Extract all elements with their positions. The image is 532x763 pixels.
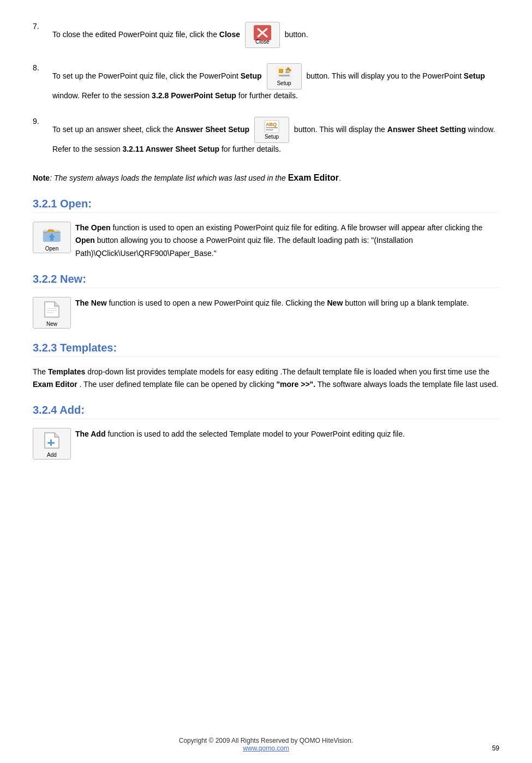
item9-text1: To set up an answer sheet, click the <box>52 125 176 134</box>
add-icon-label: Add <box>33 452 70 458</box>
svg-rect-7 <box>279 75 290 76</box>
new-icon-label: New <box>33 321 70 327</box>
section-heading-321: 3.2.1 Open: <box>33 198 499 213</box>
svg-rect-3 <box>276 66 292 80</box>
setup-icon-svg <box>276 66 292 80</box>
close-icon-box: Close <box>245 22 280 48</box>
section-3-2-4: 3.2.4 Add: Add The Add f <box>33 404 499 460</box>
section-323-text1: The <box>33 367 48 376</box>
section-3-2-3: 3.2.3 Templates: The Templates drop-down… <box>33 342 499 391</box>
page-number: 59 <box>492 744 499 752</box>
section-324-bold-add: The Add <box>75 430 105 438</box>
item9-text4: for further details. <box>222 145 281 153</box>
section-324-text-body: function is used to add the selected Tem… <box>107 430 405 438</box>
svg-rect-4 <box>279 69 283 73</box>
section-323-text: The Templates drop-down list provides te… <box>33 366 499 391</box>
item-number-9: 9. <box>33 117 52 126</box>
section-323-text4: The software always loads the template f… <box>318 380 499 389</box>
add-icon-svg <box>43 432 61 449</box>
section-322-text: The New function is used to open a new P… <box>75 297 469 309</box>
item-content-9: To set up an answer sheet, click the Ans… <box>52 117 499 155</box>
note-italic-text: : The system always loads the template l… <box>50 174 288 182</box>
section-321-icon-row: Open The Open function is used to open a… <box>33 222 499 259</box>
item-number-8: 8. <box>33 63 52 72</box>
new-icon-box: New <box>33 297 71 329</box>
section-heading-323: 3.2.3 Templates: <box>33 342 499 357</box>
svg-text:ABQ: ABQ <box>266 122 277 127</box>
list-item-8: 8. To set up the PowerPoint quiz file, c… <box>33 63 499 102</box>
setup-icon-box: Setup <box>267 63 302 90</box>
note-label: Note <box>33 174 50 182</box>
open-icon-svg <box>42 225 62 243</box>
item8-text4: for further details. <box>238 91 298 100</box>
section-323-text2: drop-down list provides template models … <box>87 367 489 376</box>
section-322-text-body: function is used to open a new PowerPoin… <box>109 299 327 307</box>
section-321-bold-open: The Open <box>75 223 111 232</box>
item9-bold2: Answer Sheet Setting <box>387 125 466 134</box>
footer-website-link[interactable]: www.qomo.com <box>243 744 289 752</box>
open-icon-label: Open <box>33 246 70 252</box>
item7-bold-close: Close <box>219 30 240 39</box>
item8-bold1: Setup <box>241 71 262 80</box>
item-content-7: To close the edited PowerPoint quiz file… <box>52 22 499 48</box>
answer-setup-icon-box: ABQ Setup <box>254 117 289 143</box>
section-322-text-body2: button will bring up a blank template. <box>345 299 469 307</box>
item8-bold3: 3.2.8 PowerPoint Setup <box>152 91 236 100</box>
section-322-bold-new: The New <box>75 299 107 307</box>
note-exam-editor: Exam Editor <box>288 173 339 182</box>
note-period: . <box>339 174 341 182</box>
item-number-7: 7. <box>33 22 52 31</box>
section-321-text-body: function is used to open an existing Pow… <box>112 223 482 232</box>
note-line: Note: The system always loads the templa… <box>33 171 499 185</box>
footer: Copyright © 2009 All Rights Reserved by … <box>0 737 532 752</box>
section-heading-324: 3.2.4 Add: <box>33 404 499 419</box>
new-icon-svg <box>43 301 61 318</box>
item7-text-before: To close the edited PowerPoint quiz file… <box>52 30 219 39</box>
section-321-text: The Open function is used to open an exi… <box>75 222 499 259</box>
item9-bold3: 3.2.11 Answer Sheet Setup <box>122 145 219 153</box>
item8-text2: button. This will display you to the Pow… <box>306 71 463 80</box>
answer-setup-icon-label: Setup <box>255 133 289 141</box>
section-3-2-2: 3.2.2 New: New The New f <box>33 273 499 329</box>
section-324-icon-row: Add The Add function is used to add the … <box>33 428 499 460</box>
setup-icon-label: Setup <box>267 79 301 88</box>
svg-rect-22 <box>47 442 55 444</box>
section-323-bold-templates: Templates <box>48 367 85 376</box>
section-heading-322: 3.2.2 New: <box>33 273 499 288</box>
section-322-bold-new2: New <box>327 299 343 307</box>
svg-rect-14 <box>266 127 278 128</box>
section-3-2-1: 3.2.1 Open: Open The Open <box>33 198 499 259</box>
section-321-text-body2: button allowing you to choose a PowerPoi… <box>75 236 413 257</box>
item8-text3: window. Refer to the session <box>52 91 152 100</box>
item8-text1: To set up the PowerPoint quiz file, clic… <box>52 71 241 80</box>
close-icon-label: Close <box>246 38 279 46</box>
item9-bold1: Answer Sheet Setup <box>176 125 249 134</box>
section-322-icon-row: New The New function is used to open a n… <box>33 297 499 329</box>
item7-text-after: button. <box>285 30 308 39</box>
item8-bold2: Setup <box>464 71 485 80</box>
item-content-8: To set up the PowerPoint quiz file, clic… <box>52 63 499 102</box>
section-323-text3: . The user defined template file can be … <box>80 380 277 389</box>
add-icon-box: Add <box>33 428 71 460</box>
open-icon-box: Open <box>33 222 71 253</box>
item9-text2: button. This will display the <box>294 125 387 134</box>
svg-rect-15 <box>266 129 273 130</box>
list-item-9: 9. To set up an answer sheet, click the … <box>33 117 499 155</box>
section-324-text: The Add function is used to add the sele… <box>75 428 405 440</box>
answer-setup-icon-svg: ABQ <box>264 120 280 134</box>
list-item-7: 7. To close the edited PowerPoint quiz f… <box>33 22 499 48</box>
footer-copyright: Copyright © 2009 All Rights Reserved by … <box>0 737 532 744</box>
section-323-bold-exam-editor: Exam Editor <box>33 380 77 389</box>
section-321-bold-open2: Open <box>75 236 95 245</box>
section-323-bold-more: "more >>". <box>276 380 315 389</box>
